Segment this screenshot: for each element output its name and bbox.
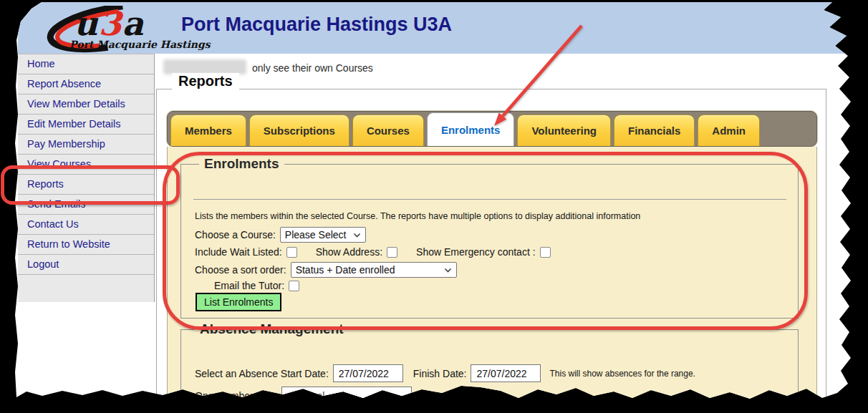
sidebar-item-home[interactable]: Home [18,54,154,74]
one-member-input[interactable]: Optional [281,387,412,404]
tab-courses[interactable]: Courses [352,115,424,146]
page-title: Port Macquarie Hastings U3A [181,14,452,36]
tab-members[interactable]: Members [170,115,246,146]
redacted-text-blur [163,59,246,74]
tab-admin[interactable]: Admin [698,115,760,146]
report-tabs: MembersSubscriptionsCoursesEnrolmentsVol… [167,111,817,147]
annotation-box-enrolments-panel [163,152,808,330]
header-bar: u3a Port Macquarie Hastings Port Macquar… [18,2,849,54]
sidebar-item-edit-member-details[interactable]: Edit Member Details [18,115,154,135]
sidebar-item-pay-membership[interactable]: Pay Membership [18,135,154,155]
sidebar-item-logout[interactable]: Logout [18,255,154,275]
sidebar-item-return-to-website[interactable]: Return to Website [18,235,154,255]
notice-text: only see their own Courses [252,62,373,74]
sidebar-item-contact-us[interactable]: Contact Us [18,215,154,235]
sidebar-item-view-member-details[interactable]: View Member Details [18,94,154,115]
absence-start-label: Select an Absence Start Date: [195,368,329,379]
tab-subscriptions[interactable]: Subscriptions [249,115,349,146]
tab-financials[interactable]: Financials [614,115,695,146]
member-number-label: Member number [418,391,484,401]
logo-text: u3a [74,4,144,43]
reports-section-title: Reports [172,73,239,89]
annotation-box-reports-menu [1,165,180,205]
logo-subtext: Port Macquarie Hastings [69,39,211,50]
absence-start-input[interactable]: 27/07/2022 [333,364,403,382]
finish-date-input[interactable]: 27/07/2022 [471,364,541,382]
sidebar-item-report-absence[interactable]: Report Absence [18,74,154,94]
tab-enrolments[interactable]: Enrolments [427,112,515,146]
tab-volunteering[interactable]: Volunteering [517,115,611,146]
finish-date-label: Finish Date: [413,368,467,379]
u3a-logo: u3a Port Macquarie Hastings [47,6,186,53]
range-note: This will show absences for the range. [549,369,695,379]
one-member-label: One member only: [195,390,277,402]
